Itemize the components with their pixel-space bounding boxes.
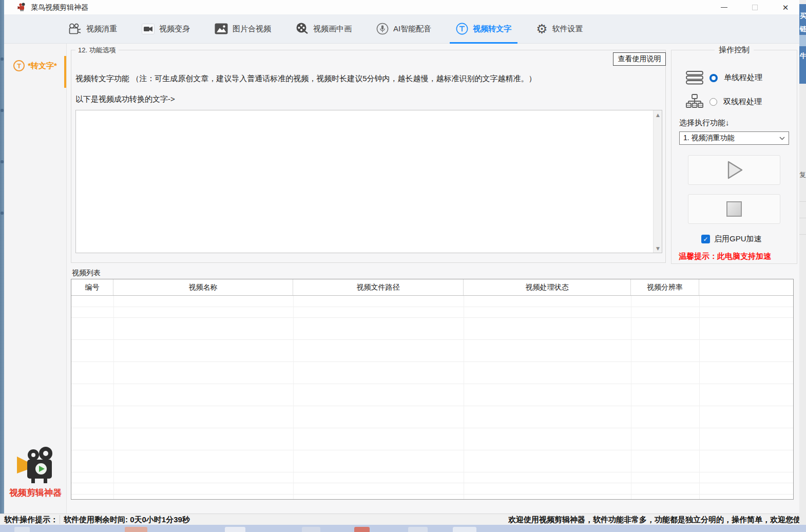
- close-icon: ✕: [782, 4, 789, 11]
- column-header-file-path[interactable]: 视频文件路径: [293, 279, 464, 295]
- film-reel-icon: [296, 23, 309, 35]
- stop-icon: [726, 201, 742, 217]
- table-body-empty[interactable]: [71, 296, 793, 499]
- gpu-checkbox[interactable]: ✓: [701, 235, 710, 243]
- edge-line: [799, 218, 806, 218]
- column-header-process-status[interactable]: 视频处理状态: [464, 279, 631, 295]
- tab-software-settings[interactable]: ⚙ 软件设置: [524, 14, 595, 44]
- window-title: 菜鸟视频剪辑神器: [31, 3, 88, 12]
- main-tab-bar: 视频消重 视频变身 图片合视频: [4, 14, 799, 44]
- tab-ai-voiceover[interactable]: AI智能配音: [364, 14, 444, 44]
- microphone-icon: [376, 23, 389, 35]
- edge-mark: [1, 160, 4, 163]
- column-header-video-name[interactable]: 视频名称: [113, 279, 293, 295]
- play-icon: [722, 158, 746, 182]
- maximize-button[interactable]: [743, 0, 766, 14]
- edge-mark: [1, 58, 4, 61]
- movie-camera-icon: [68, 23, 82, 35]
- column-separator: [699, 296, 700, 499]
- single-thread-label: 单线程处理: [724, 73, 762, 83]
- minimize-icon: [721, 7, 727, 8]
- clipped-text-fragment: 牛: [800, 51, 806, 61]
- vertical-scrollbar[interactable]: ▲ ▼: [653, 110, 662, 253]
- transcript-textarea[interactable]: ▲ ▼: [75, 110, 662, 253]
- tab-label: 软件设置: [552, 24, 583, 34]
- desktop-left-edge: [0, 0, 4, 532]
- taskbar-icon[interactable]: [453, 527, 476, 532]
- stacked-layers-icon: [686, 71, 703, 85]
- picture-icon: [215, 23, 228, 34]
- app-logo: 视频剪辑神器: [4, 447, 67, 499]
- tab-label: 视频消重: [86, 24, 117, 34]
- function-dropdown-value: 1. 视频消重功能: [683, 134, 735, 143]
- taskbar-icon[interactable]: [14, 527, 30, 532]
- column-header-resolution[interactable]: 视频分辨率: [631, 279, 699, 295]
- tab-video-dedup[interactable]: 视频消重: [55, 14, 129, 44]
- edge-line: [799, 234, 806, 235]
- stop-button[interactable]: [688, 194, 780, 224]
- clipped-text-fragment: 复: [799, 170, 806, 180]
- title-bar: 菜鸟视频剪辑神器 ✕: [4, 0, 799, 14]
- chevron-down-icon: [779, 137, 785, 140]
- operation-control-panel: 操作控制 单线程处理: [671, 50, 797, 264]
- edge-line: [799, 201, 806, 202]
- panel-title: 操作控制: [715, 45, 754, 55]
- gpu-support-tip: 温馨提示：此电脑支持加速: [679, 252, 771, 261]
- tab-label: 视频转文字: [473, 24, 511, 34]
- sidebar-item-to-text[interactable]: T *转文字*: [4, 51, 66, 81]
- status-bar: 软件操作提示： 软件使用剩余时间: 0天0小时1分39秒 欢迎使用视频剪辑神器，…: [0, 514, 799, 525]
- taskbar-icon[interactable]: [408, 527, 428, 532]
- tab-label: 图片合视频: [233, 24, 271, 34]
- function-dropdown[interactable]: 1. 视频消重功能: [679, 131, 789, 145]
- column-separator: [464, 296, 464, 499]
- groupbox-title: 12. 功能选项: [75, 46, 119, 55]
- maximize-icon: [752, 5, 758, 10]
- scroll-down-icon[interactable]: ▼: [654, 244, 662, 253]
- function-select-label: 选择执行功能↓: [679, 118, 730, 128]
- edge-mark: [1, 109, 4, 112]
- taskbar-icon[interactable]: [354, 527, 370, 532]
- tab-video-to-text[interactable]: 视频转文字: [444, 14, 524, 44]
- sidebar: T *转文字* 视频剪辑神器: [4, 44, 67, 514]
- tab-label: 视频变身: [159, 24, 190, 34]
- start-button[interactable]: [688, 155, 780, 185]
- edge-mark: [1, 212, 4, 215]
- logo-label: 视频剪辑神器: [4, 487, 67, 499]
- app-logo-icon: [17, 3, 26, 11]
- double-thread-option[interactable]: 双线程处理: [686, 94, 762, 109]
- double-thread-radio[interactable]: [709, 98, 717, 106]
- taskbar-icon[interactable]: [125, 527, 147, 532]
- function-options-groupbox: 12. 功能选项 查看使用说明 视频转文字功能 （注：可生成原创文章，建议导入普…: [71, 50, 666, 263]
- column-separator: [113, 296, 114, 499]
- tab-picture-to-video[interactable]: 图片合视频: [202, 14, 283, 44]
- tab-label: 视频画中画: [313, 24, 352, 34]
- remaining-time-text: 软件使用剩余时间: 0天0小时1分39秒: [64, 515, 190, 525]
- column-header-index[interactable]: 编号: [71, 279, 113, 295]
- transcript-hint-text: 以下是视频成功转换的文字->: [75, 94, 175, 104]
- column-header-empty: [699, 279, 793, 295]
- single-thread-option[interactable]: 单线程处理: [686, 71, 762, 85]
- background-window-edge: 买 链 牛 复: [799, 0, 806, 525]
- video-list-title: 视频列表: [72, 269, 101, 278]
- welcome-text: 欢迎使用视频剪辑神器，软件功能非常多，功能都是独立分明的，操作简单，欢迎您使: [508, 515, 799, 525]
- letter-t-icon: T: [13, 60, 25, 71]
- gpu-accel-option[interactable]: ✓ 启用GPU加速: [701, 234, 762, 244]
- gpu-checkbox-label: 启用GPU加速: [714, 234, 762, 244]
- minimize-button[interactable]: [713, 0, 735, 14]
- status-label: 软件操作提示：: [4, 515, 58, 525]
- scroll-up-icon[interactable]: ▲: [654, 110, 662, 119]
- view-instructions-button[interactable]: 查看使用说明: [613, 52, 666, 66]
- taskbar-icon[interactable]: [225, 527, 245, 532]
- video-list-table[interactable]: 编号 视频名称 视频文件路径 视频处理状态 视频分辨率: [71, 279, 794, 500]
- double-thread-label: 双线程处理: [723, 97, 762, 107]
- taskbar-icon[interactable]: [302, 527, 320, 532]
- close-button[interactable]: ✕: [774, 0, 797, 14]
- table-header-row: 编号 视频名称 视频文件路径 视频处理状态 视频分辨率: [71, 279, 793, 296]
- sidebar-item-label: *转文字*: [28, 61, 57, 71]
- background-window-band: [799, 35, 806, 46]
- single-thread-radio[interactable]: [709, 74, 718, 82]
- movie-camera-logo-icon: [13, 447, 58, 485]
- tab-picture-in-picture[interactable]: 视频画中画: [283, 14, 364, 44]
- taskbar-edge: [0, 525, 806, 532]
- tab-video-transform[interactable]: 视频变身: [129, 14, 202, 44]
